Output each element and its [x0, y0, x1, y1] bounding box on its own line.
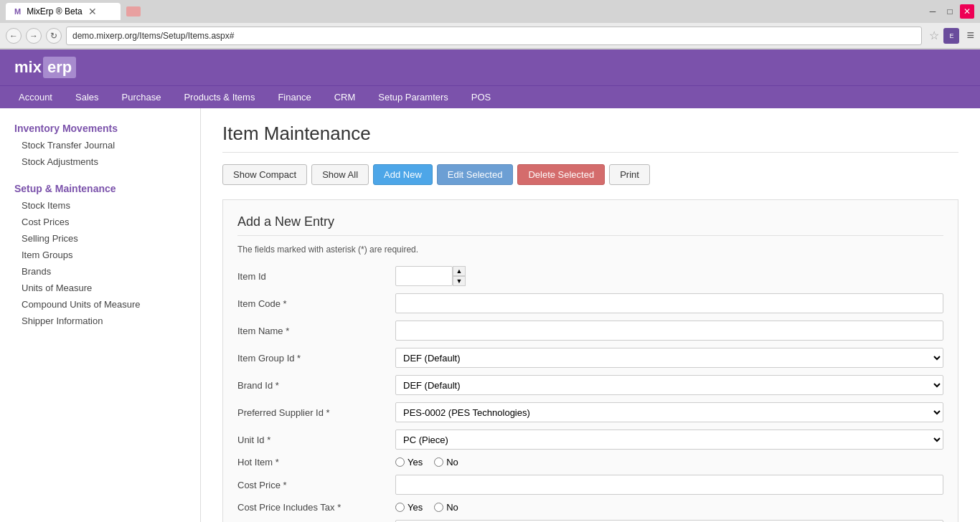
refresh-button[interactable]: ↻	[46, 28, 62, 44]
hot-item-yes-radio[interactable]	[395, 457, 405, 467]
main-nav: Account Sales Purchase Products & Items …	[0, 85, 980, 108]
close-button[interactable]: ✕	[960, 4, 974, 19]
tab-favicon: M	[14, 7, 21, 16]
hot-item-no-text: No	[446, 457, 458, 468]
nav-finance[interactable]: Finance	[266, 86, 322, 108]
sidebar-item-item-groups[interactable]: Item Groups	[0, 247, 200, 263]
toolbar: Show Compact Show All Add New Edit Selec…	[222, 164, 958, 185]
edit-selected-button[interactable]: Edit Selected	[437, 164, 514, 185]
browser-tab: M MixErp ® Beta ✕	[6, 3, 121, 20]
logo-mix: mix	[14, 58, 42, 77]
item-name-control	[395, 321, 943, 341]
form-row-cost-price-tax: Cost Price Includes Tax * Yes No	[237, 502, 943, 513]
delete-selected-button[interactable]: Delete Selected	[517, 164, 605, 185]
browser-titlebar: M MixErp ® Beta ✕ ─ □ ✕	[0, 0, 980, 23]
cost-price-tax-no-text: No	[446, 502, 458, 513]
hot-item-yes-text: Yes	[407, 457, 423, 468]
sidebar: Inventory Movements Stock Transfer Journ…	[0, 108, 201, 522]
tab-new-placeholder	[126, 6, 141, 16]
item-name-input[interactable]	[395, 321, 943, 341]
show-compact-button[interactable]: Show Compact	[222, 164, 307, 185]
item-code-control	[395, 293, 943, 313]
form-row-supplier-id: Preferred Supplier Id * PES-0002 (PES Te…	[237, 402, 943, 422]
nav-account[interactable]: Account	[7, 86, 64, 108]
spinner-down-button[interactable]: ▼	[453, 276, 466, 286]
sidebar-item-cost-prices[interactable]: Cost Prices	[0, 214, 200, 230]
cost-price-control	[395, 475, 943, 495]
logo-erp: erp	[43, 57, 76, 78]
sidebar-item-stock-transfer[interactable]: Stock Transfer Journal	[0, 137, 200, 153]
hot-item-label: Hot Item *	[237, 457, 395, 468]
nav-crm[interactable]: CRM	[323, 86, 367, 108]
main-content: Item Maintenance Show Compact Show All A…	[201, 108, 980, 522]
sidebar-item-stock-items[interactable]: Stock Items	[0, 197, 200, 214]
item-group-id-select[interactable]: DEF (Default)	[395, 348, 943, 368]
brand-id-control: DEF (Default)	[395, 375, 943, 395]
hot-item-no-radio[interactable]	[434, 457, 443, 467]
show-all-button[interactable]: Show All	[311, 164, 369, 185]
sidebar-item-compound-units[interactable]: Compound Units of Measure	[0, 296, 200, 313]
sidebar-item-selling-prices[interactable]: Selling Prices	[0, 230, 200, 247]
address-bar[interactable]	[66, 27, 922, 45]
nav-sales[interactable]: Sales	[64, 86, 110, 108]
unit-id-select[interactable]: PC (Piece)	[395, 430, 943, 450]
cost-price-tax-yes-label[interactable]: Yes	[395, 502, 423, 513]
hot-item-no-label[interactable]: No	[434, 457, 458, 468]
hot-item-yes-label[interactable]: Yes	[395, 457, 423, 468]
form-note: The fields marked with asterisk (*) are …	[237, 245, 943, 255]
maximize-button[interactable]: □	[943, 4, 957, 19]
cost-price-label: Cost Price *	[237, 480, 395, 490]
add-new-button[interactable]: Add New	[373, 164, 433, 185]
cost-price-tax-yes-radio[interactable]	[395, 503, 405, 512]
preferred-supplier-label: Preferred Supplier Id *	[237, 407, 395, 418]
cost-price-tax-yes-text: Yes	[407, 502, 423, 513]
form-row-brand-id: Brand Id * DEF (Default)	[237, 375, 943, 395]
form-row-item-code: Item Code *	[237, 293, 943, 313]
item-group-id-control: DEF (Default)	[395, 348, 943, 368]
spinner-buttons: ▲ ▼	[453, 266, 466, 286]
item-id-input[interactable]	[395, 266, 453, 286]
cost-price-tax-radio-group: Yes No	[395, 502, 943, 513]
brand-id-label: Brand Id *	[237, 380, 395, 391]
minimize-button[interactable]: ─	[925, 4, 940, 19]
extension-icon: E	[943, 28, 959, 44]
window-controls: ─ □ ✕	[925, 4, 974, 19]
tab-close-button[interactable]: ✕	[88, 6, 97, 17]
form-row-cost-price: Cost Price *	[237, 475, 943, 495]
nav-purchase[interactable]: Purchase	[110, 86, 173, 108]
forward-button[interactable]: →	[26, 28, 42, 44]
bookmark-icon[interactable]: ☆	[929, 29, 939, 42]
nav-products[interactable]: Products & Items	[172, 86, 266, 108]
back-button[interactable]: ←	[6, 28, 22, 44]
app-header: mix erp	[0, 49, 980, 85]
cost-price-input[interactable]	[395, 475, 943, 495]
form-row-item-group: Item Group Id * DEF (Default)	[237, 348, 943, 368]
brand-id-select[interactable]: DEF (Default)	[395, 375, 943, 395]
browser-menu-icon[interactable]: ≡	[966, 28, 974, 43]
tab-title: MixErp ® Beta	[27, 6, 83, 16]
item-code-label: Item Code *	[237, 298, 395, 309]
hot-item-radio-group: Yes No	[395, 457, 943, 468]
sidebar-item-brands[interactable]: Brands	[0, 263, 200, 280]
hot-item-control: Yes No	[395, 457, 943, 468]
browser-chrome: M MixErp ® Beta ✕ ─ □ ✕ ← → ↻ ☆ E ≡	[0, 0, 980, 49]
item-id-control: ▲ ▼	[395, 266, 943, 286]
form-panel-title: Add a New Entry	[237, 214, 943, 236]
main-layout: Inventory Movements Stock Transfer Journ…	[0, 108, 980, 522]
preferred-supplier-select[interactable]: PES-0002 (PES Technologies)	[395, 402, 943, 422]
cost-price-tax-no-label[interactable]: No	[434, 502, 458, 513]
sidebar-section-setup: Setup & Maintenance	[0, 177, 200, 197]
nav-setup[interactable]: Setup Paramters	[367, 86, 460, 108]
item-id-spinner: ▲ ▼	[395, 266, 943, 286]
sidebar-item-stock-adjustments[interactable]: Stock Adjustments	[0, 153, 200, 170]
unit-id-control: PC (Piece)	[395, 430, 943, 450]
print-button[interactable]: Print	[609, 164, 650, 185]
browser-controls: ← → ↻ ☆ E ≡	[0, 23, 980, 49]
cost-price-tax-no-radio[interactable]	[434, 503, 443, 512]
form-panel: Add a New Entry The fields marked with a…	[222, 199, 958, 522]
sidebar-item-shipper-information[interactable]: Shipper Information	[0, 313, 200, 329]
sidebar-item-units-of-measure[interactable]: Units of Measure	[0, 280, 200, 296]
item-code-input[interactable]	[395, 293, 943, 313]
nav-pos[interactable]: POS	[460, 86, 502, 108]
spinner-up-button[interactable]: ▲	[453, 266, 466, 276]
